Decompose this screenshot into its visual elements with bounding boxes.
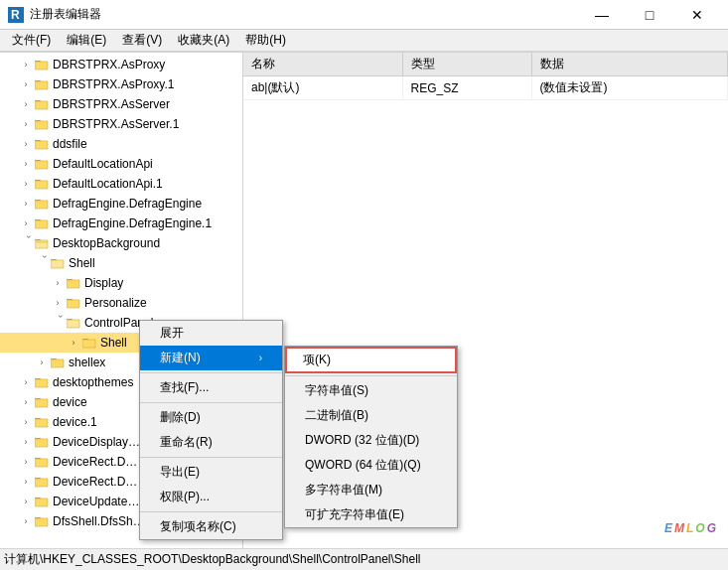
folder-icon (34, 414, 50, 430)
svg-rect-48 (51, 359, 64, 367)
tree-item-dbrstprx-asproxy[interactable]: › DBRSTPRX.AsProxy (0, 55, 242, 74)
svg-rect-36 (67, 280, 79, 288)
expand-icon: › (18, 96, 34, 112)
col-name[interactable]: 名称 (243, 53, 402, 76)
svg-rect-42 (67, 320, 79, 328)
folder-icon (66, 275, 81, 291)
menu-file[interactable]: 文件(F) (4, 30, 59, 51)
menu-help[interactable]: 帮助(H) (237, 30, 294, 51)
svg-rect-69 (35, 499, 48, 506)
svg-rect-60 (35, 439, 48, 447)
ctx-expand[interactable]: 展开 (140, 321, 282, 346)
ctx-multistring[interactable]: 多字符串值(M) (285, 478, 457, 502)
tree-item-dbrstprx-asserver1[interactable]: › DBRSTPRX.AsServer.1 (0, 114, 242, 134)
ctx-permissions[interactable]: 权限(P)... (140, 485, 282, 509)
expand-icon: › (18, 116, 34, 132)
folder-icon (34, 215, 50, 231)
tree-label: DesktopBackground (53, 236, 160, 250)
maximize-button[interactable]: □ (627, 0, 672, 30)
ctx-string[interactable]: 字符串值(S) (285, 378, 457, 403)
ctx-new[interactable]: 新建(N) › (140, 346, 282, 370)
svg-rect-15 (35, 141, 48, 149)
expand-icon: › (18, 215, 34, 231)
folder-icon (34, 176, 50, 192)
col-type[interactable]: 类型 (402, 53, 531, 76)
expand-icon: › (34, 255, 50, 271)
ctx-delete[interactable]: 删除(D) (140, 405, 282, 430)
svg-rect-54 (35, 399, 48, 407)
tree-item-defragengine1[interactable]: › DefragEngine.DefragEngine.1 (0, 214, 242, 233)
svg-text:R: R (11, 8, 20, 22)
tree-label: desktopthemes (53, 375, 133, 389)
tree-item-defaultlocationapi[interactable]: › DefaultLocationApi (0, 154, 242, 174)
ctx-key[interactable]: 项(K) (285, 347, 457, 373)
tree-label: DefragEngine.DefragEngine.1 (53, 216, 212, 230)
app-icon: R (8, 7, 24, 23)
tree-item-desktopbackground[interactable]: › DesktopBackground (0, 233, 242, 253)
col-data[interactable]: 数据 (531, 53, 728, 76)
ctx-divider-2 (140, 402, 282, 403)
brand-m: M (674, 521, 686, 535)
ctx-export[interactable]: 导出(E) (140, 460, 282, 485)
tree-label: DeviceDisplay… (53, 435, 140, 449)
tree-item-defragengine[interactable]: › DefragEngine.DefragEngine (0, 194, 242, 214)
tree-label: Shell (100, 336, 127, 350)
tree-label: DeviceRect.D… (53, 475, 137, 489)
context-menu-primary[interactable]: 展开 新建(N) › 查找(F)... 删除(D) 重命名(R) 导出(E) 权… (139, 320, 283, 540)
svg-rect-39 (67, 300, 79, 308)
svg-rect-30 (35, 240, 48, 248)
close-button[interactable]: ✕ (674, 0, 720, 30)
ctx-copy[interactable]: 复制项名称(C) (140, 514, 282, 539)
tree-label: Personalize (84, 296, 147, 310)
ctx-rename[interactable]: 重命名(R) (140, 430, 282, 455)
svg-rect-27 (35, 220, 48, 228)
expand-icon: › (18, 494, 34, 509)
expand-icon: › (50, 315, 66, 331)
menu-view[interactable]: 查看(V) (114, 30, 170, 51)
expand-icon: › (18, 414, 34, 430)
minimize-button[interactable]: — (579, 0, 625, 30)
brand-o: O (695, 521, 706, 535)
svg-rect-12 (35, 121, 48, 129)
table-row[interactable]: ab|(默认) REG_SZ (数值未设置) (243, 76, 728, 100)
folder-icon (34, 96, 50, 112)
status-bar: 计算机\HKEY_CLASSES_ROOT\DesktopBackground\… (0, 548, 728, 570)
tree-item-dbrstprx-asproxy1[interactable]: › DBRSTPRX.AsProxy.1 (0, 74, 242, 94)
tree-label: device (53, 395, 87, 409)
ctx-expandstring[interactable]: 可扩充字符串值(E) (285, 502, 457, 527)
ctx-dword[interactable]: DWORD (32 位值)(D) (285, 428, 457, 453)
svg-rect-51 (35, 379, 48, 387)
tree-label: DefaultLocationApi.1 (53, 177, 163, 191)
ctx-find[interactable]: 查找(F)... (140, 375, 282, 400)
svg-rect-57 (35, 419, 48, 427)
folder-icon (34, 57, 50, 72)
brand-l: L (686, 521, 695, 535)
svg-rect-45 (82, 340, 95, 348)
tree-item-ddsfile[interactable]: › ddsfile (0, 134, 242, 154)
ctx-binary[interactable]: 二进制值(B) (285, 403, 457, 428)
tree-item-personalize[interactable]: › Personalize (0, 293, 242, 313)
tree-item-shell-parent[interactable]: › Shell (0, 253, 242, 273)
svg-rect-33 (51, 260, 64, 268)
brand-logo: EMLOG (664, 503, 718, 540)
tree-label: Shell (69, 256, 95, 270)
tree-item-display[interactable]: › Display (0, 273, 242, 293)
expand-icon: › (18, 57, 34, 72)
expand-icon: › (18, 136, 34, 152)
folder-icon (34, 196, 50, 212)
tree-label: DBRSTPRX.AsServer (53, 97, 170, 111)
context-menu-submenu[interactable]: 项(K) 字符串值(S) 二进制值(B) DWORD (32 位值)(D) QW… (284, 346, 458, 528)
folder-icon (81, 335, 97, 351)
svg-rect-3 (35, 62, 48, 70)
menu-favorites[interactable]: 收藏夹(A) (170, 30, 237, 51)
svg-rect-9 (35, 101, 48, 109)
ctx-qword[interactable]: QWORD (64 位值)(Q) (285, 453, 457, 478)
tree-label: DeviceUpdate… (53, 495, 139, 508)
folder-open-icon (34, 235, 50, 251)
menu-edit[interactable]: 编辑(E) (59, 30, 114, 51)
tree-item-defaultlocationapi1[interactable]: › DefaultLocationApi.1 (0, 174, 242, 194)
tree-item-dbrstprx-asserver[interactable]: › DBRSTPRX.AsServer (0, 94, 242, 114)
svg-rect-66 (35, 479, 48, 487)
folder-icon (66, 295, 81, 311)
ctx-divider-1 (140, 372, 282, 373)
